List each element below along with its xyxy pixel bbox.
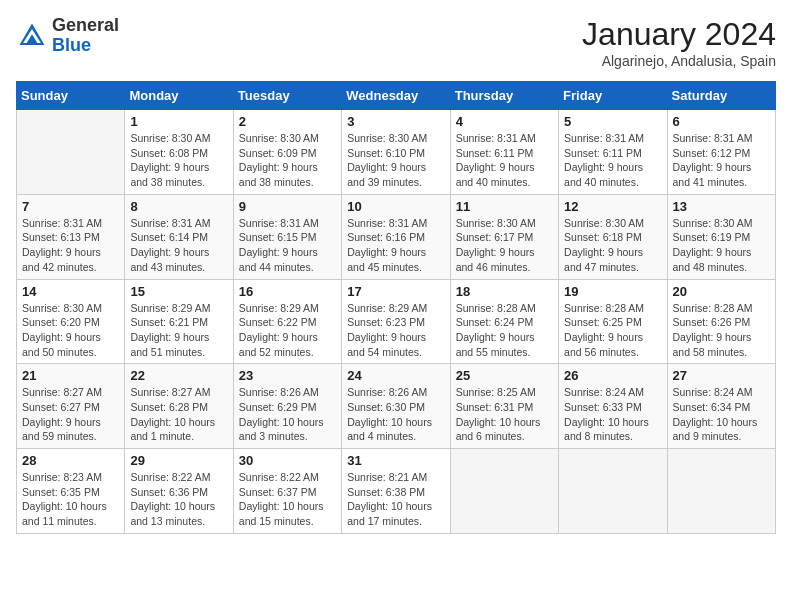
weekday-header: Sunday bbox=[17, 82, 125, 110]
day-number: 9 bbox=[239, 199, 336, 214]
day-info: Sunrise: 8:31 AMSunset: 6:12 PMDaylight:… bbox=[673, 131, 770, 190]
calendar-day-cell bbox=[17, 110, 125, 195]
day-number: 18 bbox=[456, 284, 553, 299]
day-number: 14 bbox=[22, 284, 119, 299]
day-number: 25 bbox=[456, 368, 553, 383]
calendar-day-cell: 15Sunrise: 8:29 AMSunset: 6:21 PMDayligh… bbox=[125, 279, 233, 364]
calendar-day-cell: 28Sunrise: 8:23 AMSunset: 6:35 PMDayligh… bbox=[17, 449, 125, 534]
day-number: 10 bbox=[347, 199, 444, 214]
calendar-day-cell: 29Sunrise: 8:22 AMSunset: 6:36 PMDayligh… bbox=[125, 449, 233, 534]
day-number: 2 bbox=[239, 114, 336, 129]
day-number: 7 bbox=[22, 199, 119, 214]
calendar-day-cell: 16Sunrise: 8:29 AMSunset: 6:22 PMDayligh… bbox=[233, 279, 341, 364]
calendar-day-cell: 23Sunrise: 8:26 AMSunset: 6:29 PMDayligh… bbox=[233, 364, 341, 449]
day-info: Sunrise: 8:30 AMSunset: 6:19 PMDaylight:… bbox=[673, 216, 770, 275]
day-info: Sunrise: 8:25 AMSunset: 6:31 PMDaylight:… bbox=[456, 385, 553, 444]
calendar-day-cell: 1Sunrise: 8:30 AMSunset: 6:08 PMDaylight… bbox=[125, 110, 233, 195]
day-info: Sunrise: 8:27 AMSunset: 6:28 PMDaylight:… bbox=[130, 385, 227, 444]
day-number: 8 bbox=[130, 199, 227, 214]
day-number: 23 bbox=[239, 368, 336, 383]
calendar-day-cell: 2Sunrise: 8:30 AMSunset: 6:09 PMDaylight… bbox=[233, 110, 341, 195]
calendar-day-cell: 13Sunrise: 8:30 AMSunset: 6:19 PMDayligh… bbox=[667, 194, 775, 279]
day-info: Sunrise: 8:30 AMSunset: 6:18 PMDaylight:… bbox=[564, 216, 661, 275]
calendar-day-cell bbox=[450, 449, 558, 534]
day-number: 28 bbox=[22, 453, 119, 468]
weekday-header: Thursday bbox=[450, 82, 558, 110]
day-info: Sunrise: 8:22 AMSunset: 6:37 PMDaylight:… bbox=[239, 470, 336, 529]
weekday-header: Monday bbox=[125, 82, 233, 110]
calendar-week-row: 1Sunrise: 8:30 AMSunset: 6:08 PMDaylight… bbox=[17, 110, 776, 195]
weekday-header: Saturday bbox=[667, 82, 775, 110]
day-info: Sunrise: 8:28 AMSunset: 6:25 PMDaylight:… bbox=[564, 301, 661, 360]
month-title: January 2024 bbox=[582, 16, 776, 53]
day-number: 15 bbox=[130, 284, 227, 299]
day-info: Sunrise: 8:23 AMSunset: 6:35 PMDaylight:… bbox=[22, 470, 119, 529]
calendar-day-cell: 3Sunrise: 8:30 AMSunset: 6:10 PMDaylight… bbox=[342, 110, 450, 195]
calendar-day-cell: 8Sunrise: 8:31 AMSunset: 6:14 PMDaylight… bbox=[125, 194, 233, 279]
calendar-week-row: 28Sunrise: 8:23 AMSunset: 6:35 PMDayligh… bbox=[17, 449, 776, 534]
calendar-day-cell: 18Sunrise: 8:28 AMSunset: 6:24 PMDayligh… bbox=[450, 279, 558, 364]
day-info: Sunrise: 8:31 AMSunset: 6:14 PMDaylight:… bbox=[130, 216, 227, 275]
calendar-day-cell: 14Sunrise: 8:30 AMSunset: 6:20 PMDayligh… bbox=[17, 279, 125, 364]
weekday-header: Tuesday bbox=[233, 82, 341, 110]
day-info: Sunrise: 8:28 AMSunset: 6:24 PMDaylight:… bbox=[456, 301, 553, 360]
logo-general-text: General bbox=[52, 15, 119, 35]
day-number: 29 bbox=[130, 453, 227, 468]
calendar-day-cell: 7Sunrise: 8:31 AMSunset: 6:13 PMDaylight… bbox=[17, 194, 125, 279]
day-info: Sunrise: 8:29 AMSunset: 6:23 PMDaylight:… bbox=[347, 301, 444, 360]
day-number: 24 bbox=[347, 368, 444, 383]
calendar-day-cell: 9Sunrise: 8:31 AMSunset: 6:15 PMDaylight… bbox=[233, 194, 341, 279]
day-number: 21 bbox=[22, 368, 119, 383]
day-info: Sunrise: 8:26 AMSunset: 6:29 PMDaylight:… bbox=[239, 385, 336, 444]
calendar-day-cell: 21Sunrise: 8:27 AMSunset: 6:27 PMDayligh… bbox=[17, 364, 125, 449]
calendar-day-cell: 11Sunrise: 8:30 AMSunset: 6:17 PMDayligh… bbox=[450, 194, 558, 279]
day-number: 16 bbox=[239, 284, 336, 299]
day-info: Sunrise: 8:30 AMSunset: 6:17 PMDaylight:… bbox=[456, 216, 553, 275]
day-info: Sunrise: 8:24 AMSunset: 6:33 PMDaylight:… bbox=[564, 385, 661, 444]
calendar-day-cell: 24Sunrise: 8:26 AMSunset: 6:30 PMDayligh… bbox=[342, 364, 450, 449]
day-number: 30 bbox=[239, 453, 336, 468]
day-info: Sunrise: 8:21 AMSunset: 6:38 PMDaylight:… bbox=[347, 470, 444, 529]
calendar-week-row: 21Sunrise: 8:27 AMSunset: 6:27 PMDayligh… bbox=[17, 364, 776, 449]
day-info: Sunrise: 8:30 AMSunset: 6:08 PMDaylight:… bbox=[130, 131, 227, 190]
calendar-day-cell: 25Sunrise: 8:25 AMSunset: 6:31 PMDayligh… bbox=[450, 364, 558, 449]
day-number: 19 bbox=[564, 284, 661, 299]
calendar-day-cell: 6Sunrise: 8:31 AMSunset: 6:12 PMDaylight… bbox=[667, 110, 775, 195]
day-number: 27 bbox=[673, 368, 770, 383]
calendar-day-cell: 20Sunrise: 8:28 AMSunset: 6:26 PMDayligh… bbox=[667, 279, 775, 364]
calendar-week-row: 7Sunrise: 8:31 AMSunset: 6:13 PMDaylight… bbox=[17, 194, 776, 279]
calendar-day-cell: 22Sunrise: 8:27 AMSunset: 6:28 PMDayligh… bbox=[125, 364, 233, 449]
calendar-day-cell: 12Sunrise: 8:30 AMSunset: 6:18 PMDayligh… bbox=[559, 194, 667, 279]
day-number: 31 bbox=[347, 453, 444, 468]
day-number: 5 bbox=[564, 114, 661, 129]
calendar-day-cell: 10Sunrise: 8:31 AMSunset: 6:16 PMDayligh… bbox=[342, 194, 450, 279]
day-info: Sunrise: 8:31 AMSunset: 6:11 PMDaylight:… bbox=[456, 131, 553, 190]
day-number: 13 bbox=[673, 199, 770, 214]
page-header: General Blue January 2024 Algarinejo, An… bbox=[16, 16, 776, 69]
weekday-row: SundayMondayTuesdayWednesdayThursdayFrid… bbox=[17, 82, 776, 110]
location-text: Algarinejo, Andalusia, Spain bbox=[582, 53, 776, 69]
day-info: Sunrise: 8:31 AMSunset: 6:13 PMDaylight:… bbox=[22, 216, 119, 275]
day-number: 22 bbox=[130, 368, 227, 383]
day-info: Sunrise: 8:29 AMSunset: 6:22 PMDaylight:… bbox=[239, 301, 336, 360]
day-number: 12 bbox=[564, 199, 661, 214]
calendar-table: SundayMondayTuesdayWednesdayThursdayFrid… bbox=[16, 81, 776, 534]
day-number: 1 bbox=[130, 114, 227, 129]
calendar-day-cell: 31Sunrise: 8:21 AMSunset: 6:38 PMDayligh… bbox=[342, 449, 450, 534]
calendar-day-cell: 17Sunrise: 8:29 AMSunset: 6:23 PMDayligh… bbox=[342, 279, 450, 364]
calendar-week-row: 14Sunrise: 8:30 AMSunset: 6:20 PMDayligh… bbox=[17, 279, 776, 364]
day-info: Sunrise: 8:30 AMSunset: 6:10 PMDaylight:… bbox=[347, 131, 444, 190]
calendar-day-cell bbox=[667, 449, 775, 534]
day-info: Sunrise: 8:24 AMSunset: 6:34 PMDaylight:… bbox=[673, 385, 770, 444]
calendar-day-cell: 30Sunrise: 8:22 AMSunset: 6:37 PMDayligh… bbox=[233, 449, 341, 534]
day-info: Sunrise: 8:31 AMSunset: 6:11 PMDaylight:… bbox=[564, 131, 661, 190]
day-number: 6 bbox=[673, 114, 770, 129]
day-info: Sunrise: 8:31 AMSunset: 6:15 PMDaylight:… bbox=[239, 216, 336, 275]
day-number: 26 bbox=[564, 368, 661, 383]
day-number: 20 bbox=[673, 284, 770, 299]
calendar-body: 1Sunrise: 8:30 AMSunset: 6:08 PMDaylight… bbox=[17, 110, 776, 534]
day-number: 17 bbox=[347, 284, 444, 299]
day-info: Sunrise: 8:29 AMSunset: 6:21 PMDaylight:… bbox=[130, 301, 227, 360]
title-block: January 2024 Algarinejo, Andalusia, Spai… bbox=[582, 16, 776, 69]
day-number: 11 bbox=[456, 199, 553, 214]
